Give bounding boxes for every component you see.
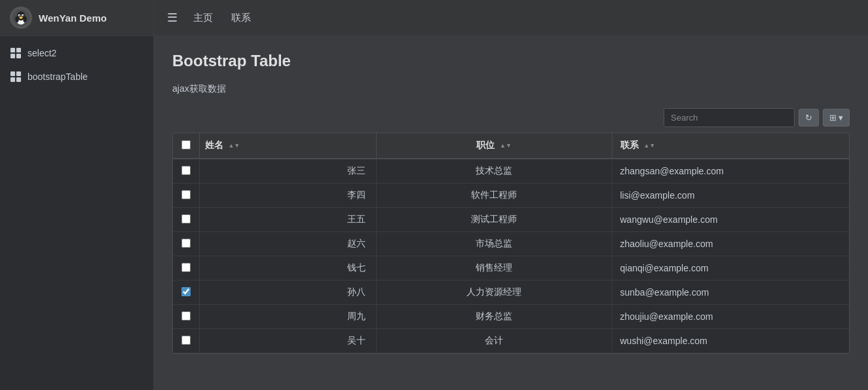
row-checkbox-cell xyxy=(173,208,199,232)
table-header-row: 姓名 ▲▼ 职位 ▲▼ 联系 ▲▼ xyxy=(173,133,849,159)
sidebar-header: WenYan Demo xyxy=(0,0,153,36)
row-contact-2: lisi@example.com xyxy=(612,184,849,208)
row-checkbox-cell xyxy=(173,281,199,305)
app-title: WenYan Demo xyxy=(39,12,107,24)
refresh-button[interactable]: ↻ xyxy=(799,109,819,127)
app-logo xyxy=(10,7,32,29)
sidebar-item-bootstraptable[interactable]: bootstrapTable xyxy=(0,65,153,88)
row-checkbox-7[interactable] xyxy=(181,311,191,321)
row-checkbox-3[interactable] xyxy=(181,214,191,224)
row-position-1: 技术总监 xyxy=(376,159,612,184)
row-name-1: 张三 xyxy=(199,159,376,184)
table-row: 吴十会计wushi@example.com xyxy=(173,329,849,353)
row-position-6: 人力资源经理 xyxy=(376,281,612,305)
columns-button[interactable]: ⊞ ▾ xyxy=(823,109,850,127)
table-row: 周九财务总监zhoujiu@example.com xyxy=(173,305,849,329)
row-contact-3: wangwu@example.com xyxy=(612,208,849,232)
sidebar-item-select2[interactable]: select2 xyxy=(0,41,153,65)
table-toolbar: ↻ ⊞ ▾ xyxy=(172,108,850,127)
sidebar-item-label-select2: select2 xyxy=(28,48,56,58)
row-checkbox-cell xyxy=(173,329,199,353)
row-checkbox-cell xyxy=(173,232,199,256)
svg-point-5 xyxy=(19,15,20,16)
row-name-8: 吴十 xyxy=(199,329,376,353)
data-table: 姓名 ▲▼ 职位 ▲▼ 联系 ▲▼ 张三技术总监zhan xyxy=(173,133,849,353)
grid-icon xyxy=(10,48,21,58)
topbar-nav: 主页 联系 xyxy=(191,8,254,28)
row-checkbox-cell xyxy=(173,184,199,208)
sort-arrows-contact: ▲▼ xyxy=(643,143,655,149)
col-position-label: 职位 xyxy=(476,140,495,150)
svg-point-6 xyxy=(22,15,24,16)
row-name-5: 钱七 xyxy=(199,256,376,281)
data-table-container: 姓名 ▲▼ 职位 ▲▼ 联系 ▲▼ 张三技术总监zhan xyxy=(172,132,850,354)
main-area: ☰ 主页 联系 Bootstrap Table ajax获取数据 ↻ ⊞ ▾ xyxy=(154,0,868,390)
content-area: Bootstrap Table ajax获取数据 ↻ ⊞ ▾ xyxy=(154,36,868,390)
table-row: 王五测试工程师wangwu@example.com xyxy=(173,208,849,232)
columns-dropdown-icon: ▾ xyxy=(839,113,843,123)
row-contact-5: qianqi@example.com xyxy=(612,256,849,281)
page-title: Bootstrap Table xyxy=(172,52,850,70)
row-position-3: 测试工程师 xyxy=(376,208,612,232)
section-label: ajax获取数据 xyxy=(172,83,850,95)
row-contact-1: zhangsan@example.com xyxy=(612,159,849,184)
table-row: 李四软件工程师lisi@example.com xyxy=(173,184,849,208)
sort-arrows-name: ▲▼ xyxy=(228,143,240,149)
row-checkbox-cell xyxy=(173,305,199,329)
svg-point-7 xyxy=(19,16,22,19)
nav-home[interactable]: 主页 xyxy=(191,8,216,28)
row-name-4: 赵六 xyxy=(199,232,376,256)
row-position-8: 会计 xyxy=(376,329,612,353)
col-header-checkbox xyxy=(173,133,199,159)
row-checkbox-cell xyxy=(173,256,199,281)
row-checkbox-6[interactable] xyxy=(181,287,191,296)
col-header-position[interactable]: 职位 ▲▼ xyxy=(376,133,612,159)
table-row: 孙八人力资源经理sunba@example.com xyxy=(173,281,849,305)
row-contact-8: wushi@example.com xyxy=(612,329,849,353)
row-name-7: 周九 xyxy=(199,305,376,329)
row-position-4: 市场总监 xyxy=(376,232,612,256)
table-row: 张三技术总监zhangsan@example.com xyxy=(173,159,849,184)
select-all-checkbox[interactable] xyxy=(181,140,191,149)
hamburger-icon[interactable]: ☰ xyxy=(167,10,178,25)
row-position-5: 销售经理 xyxy=(376,256,612,281)
col-name-label: 姓名 xyxy=(205,140,223,150)
nav-contact[interactable]: 联系 xyxy=(229,8,254,28)
row-checkbox-2[interactable] xyxy=(181,190,191,199)
sidebar: WenYan Demo select2 bootstrapTable xyxy=(0,0,154,390)
columns-icon: ⊞ xyxy=(829,113,837,123)
row-contact-4: zhaoliu@example.com xyxy=(612,232,849,256)
table-row: 钱七销售经理qianqi@example.com xyxy=(173,256,849,281)
table-body: 张三技术总监zhangsan@example.com李四软件工程师lisi@ex… xyxy=(173,159,849,353)
grid-icon-2 xyxy=(10,71,21,82)
row-position-7: 财务总监 xyxy=(376,305,612,329)
row-name-6: 孙八 xyxy=(199,281,376,305)
refresh-icon: ↻ xyxy=(805,113,812,123)
row-contact-7: zhoujiu@example.com xyxy=(612,305,849,329)
col-header-contact[interactable]: 联系 ▲▼ xyxy=(612,133,849,159)
row-checkbox-5[interactable] xyxy=(181,263,191,272)
row-checkbox-1[interactable] xyxy=(181,166,191,175)
row-checkbox-4[interactable] xyxy=(181,239,191,248)
sidebar-item-label-bootstraptable: bootstrapTable xyxy=(28,71,88,82)
row-position-2: 软件工程师 xyxy=(376,184,612,208)
row-checkbox-8[interactable] xyxy=(181,336,191,345)
sort-arrows-position: ▲▼ xyxy=(500,143,512,149)
col-contact-label: 联系 xyxy=(620,140,639,150)
col-header-name[interactable]: 姓名 ▲▼ xyxy=(199,133,376,159)
row-checkbox-cell xyxy=(173,159,199,184)
table-row: 赵六市场总监zhaoliu@example.com xyxy=(173,232,849,256)
sidebar-nav: select2 bootstrapTable xyxy=(0,36,153,94)
search-input[interactable] xyxy=(664,108,795,127)
topbar: ☰ 主页 联系 xyxy=(154,0,868,36)
row-name-2: 李四 xyxy=(199,184,376,208)
row-name-3: 王五 xyxy=(199,208,376,232)
row-contact-6: sunba@example.com xyxy=(612,281,849,305)
